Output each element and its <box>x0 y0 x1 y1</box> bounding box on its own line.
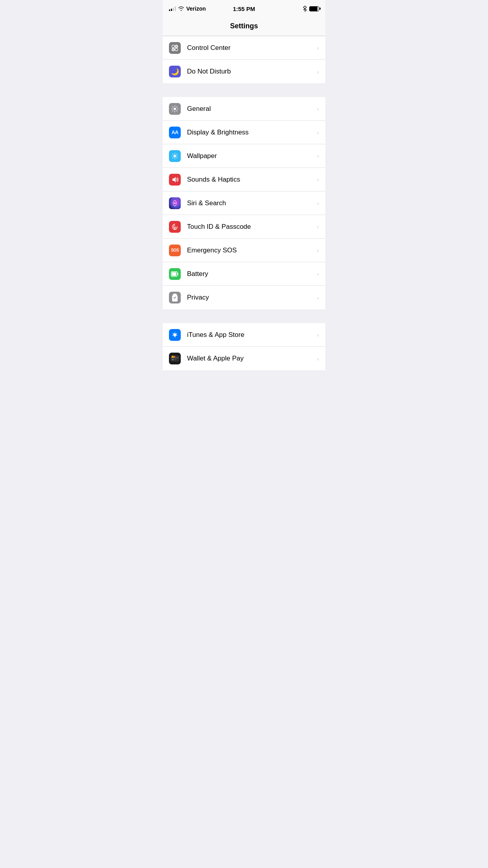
section-gap-1 <box>163 83 325 97</box>
display-brightness-chevron: › <box>317 129 319 136</box>
siri-search-chevron: › <box>317 200 319 206</box>
emergency-sos-label: Emergency SOS <box>187 246 317 254</box>
page-title: Settings <box>230 22 258 30</box>
privacy-chevron: › <box>317 294 319 301</box>
do-not-disturb-chevron: › <box>317 68 319 75</box>
itunes-appstore-chevron: › <box>317 331 319 338</box>
wallpaper-label: Wallpaper <box>187 152 317 160</box>
navigation-bar: Settings <box>163 17 325 36</box>
wallet-applepay-icon <box>169 353 181 364</box>
svg-rect-21 <box>173 356 175 358</box>
settings-row-privacy[interactable]: Privacy › <box>163 286 325 309</box>
svg-rect-15 <box>177 273 178 275</box>
battery-label: Battery <box>187 270 317 278</box>
privacy-label: Privacy <box>187 294 317 302</box>
battery-settings-icon <box>169 268 181 280</box>
touch-id-chevron: › <box>317 223 319 230</box>
sounds-haptics-label: Sounds & Haptics <box>187 176 317 184</box>
display-brightness-icon: AA <box>169 127 181 138</box>
emergency-sos-icon: SOS <box>169 245 181 256</box>
svg-rect-18 <box>172 359 174 360</box>
wallpaper-chevron: › <box>317 153 319 159</box>
settings-row-control-center[interactable]: Control Center › <box>163 36 325 60</box>
settings-row-itunes-appstore[interactable]: iTunes & App Store › <box>163 323 325 347</box>
svg-point-2 <box>175 45 178 48</box>
svg-point-4 <box>175 48 178 51</box>
settings-row-emergency-sos[interactable]: SOS Emergency SOS › <box>163 239 325 262</box>
svg-point-3 <box>172 48 175 51</box>
display-brightness-label: Display & Brightness <box>187 129 317 136</box>
status-time: 1:55 PM <box>233 6 255 12</box>
settings-row-siri-search[interactable]: Siri & Search › <box>163 191 325 215</box>
siri-search-label: Siri & Search <box>187 199 317 207</box>
touch-id-icon <box>169 221 181 233</box>
settings-row-display-brightness[interactable]: AA Display & Brightness › <box>163 121 325 144</box>
signal-icon <box>169 6 176 11</box>
emergency-sos-chevron: › <box>317 247 319 254</box>
svg-point-11 <box>174 202 176 204</box>
svg-rect-14 <box>172 272 176 276</box>
settings-group-1: Control Center › 🌙 Do Not Disturb › <box>163 36 325 83</box>
settings-group-3: iTunes & App Store › Wallet & Apple Pay … <box>163 323 325 370</box>
svg-point-5 <box>174 108 176 110</box>
svg-point-7 <box>174 155 176 157</box>
general-chevron: › <box>317 105 319 112</box>
privacy-icon <box>169 292 181 303</box>
settings-row-touch-id[interactable]: Touch ID & Passcode › <box>163 215 325 239</box>
sounds-haptics-chevron: › <box>317 176 319 183</box>
battery-icon <box>309 6 319 11</box>
status-left: Verizon <box>169 6 206 12</box>
svg-marker-8 <box>172 177 176 182</box>
settings-row-battery[interactable]: Battery › <box>163 262 325 286</box>
section-gap-2 <box>163 309 325 323</box>
touch-id-label: Touch ID & Passcode <box>187 223 317 231</box>
svg-rect-19 <box>175 359 176 360</box>
wallet-applepay-label: Wallet & Apple Pay <box>187 355 317 362</box>
settings-row-wallpaper[interactable]: Wallpaper › <box>163 144 325 168</box>
sounds-haptics-icon <box>169 174 181 186</box>
wallpaper-icon <box>169 150 181 162</box>
wifi-icon <box>178 6 184 11</box>
do-not-disturb-label: Do Not Disturb <box>187 68 317 75</box>
bluetooth-icon <box>303 6 307 12</box>
do-not-disturb-icon: 🌙 <box>169 66 181 77</box>
control-center-chevron: › <box>317 44 319 51</box>
control-center-icon <box>169 42 181 54</box>
itunes-appstore-icon <box>169 329 181 341</box>
status-bar: Verizon 1:55 PM <box>163 0 325 17</box>
general-label: General <box>187 105 317 113</box>
itunes-appstore-label: iTunes & App Store <box>187 331 317 339</box>
status-right <box>303 6 319 12</box>
general-icon <box>169 103 181 115</box>
settings-row-general[interactable]: General › <box>163 97 325 121</box>
control-center-label: Control Center <box>187 44 317 52</box>
carrier-label: Verizon <box>186 6 206 12</box>
settings-row-wallet-applepay[interactable]: Wallet & Apple Pay › <box>163 347 325 370</box>
settings-group-2: General › AA Display & Brightness › Wall… <box>163 97 325 309</box>
svg-point-1 <box>172 45 175 48</box>
siri-search-icon <box>169 197 181 209</box>
settings-row-sounds-haptics[interactable]: Sounds & Haptics › <box>163 168 325 191</box>
battery-chevron: › <box>317 270 319 277</box>
settings-row-do-not-disturb[interactable]: 🌙 Do Not Disturb › <box>163 60 325 83</box>
wallet-applepay-chevron: › <box>317 355 319 362</box>
